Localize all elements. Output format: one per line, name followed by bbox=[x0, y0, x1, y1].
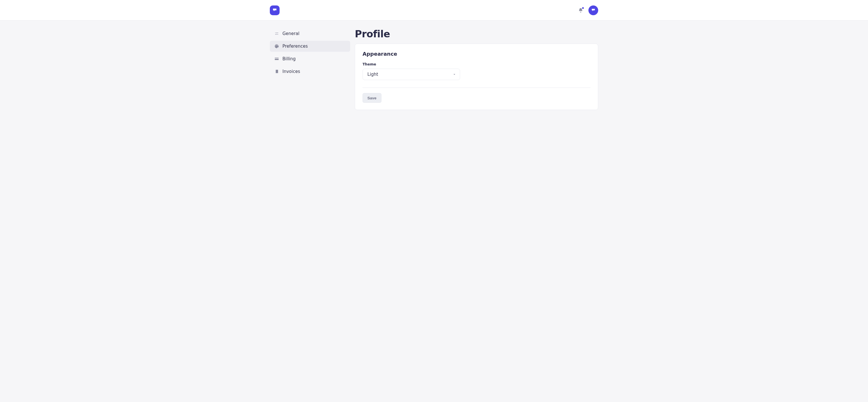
chevron-down-icon bbox=[453, 72, 456, 76]
content: Profile Appearance Theme Light Save bbox=[355, 28, 598, 110]
sidebar-item-label: General bbox=[282, 31, 299, 36]
sidebar-item-preferences[interactable]: Preferences bbox=[270, 41, 350, 52]
notifications-button[interactable] bbox=[578, 8, 583, 13]
sidebar-item-label: Billing bbox=[282, 56, 296, 61]
theme-label: Theme bbox=[363, 62, 590, 66]
divider bbox=[363, 88, 590, 88]
app-logo[interactable] bbox=[270, 5, 280, 15]
user-avatar[interactable] bbox=[588, 5, 598, 15]
avatar-glyph-icon bbox=[591, 8, 596, 12]
sidebar-item-label: Invoices bbox=[282, 69, 300, 74]
sliders-icon bbox=[274, 31, 279, 36]
sidebar-item-invoices[interactable]: Invoices bbox=[270, 66, 350, 77]
theme-select[interactable]: Light bbox=[363, 69, 460, 80]
sidebar-item-general[interactable]: General bbox=[270, 28, 350, 39]
receipt-icon bbox=[274, 69, 279, 74]
save-button[interactable]: Save bbox=[363, 93, 381, 103]
notification-dot-icon bbox=[582, 7, 584, 9]
appearance-section-title: Appearance bbox=[363, 51, 590, 57]
palette-icon bbox=[274, 44, 279, 49]
theme-select-value: Light bbox=[367, 72, 378, 77]
card-icon bbox=[274, 57, 279, 61]
appearance-card: Appearance Theme Light Save bbox=[355, 44, 598, 110]
topbar bbox=[0, 0, 868, 21]
sidebar: General Preferences Billing Invoices bbox=[270, 28, 350, 77]
page-title: Profile bbox=[355, 28, 598, 40]
sidebar-item-label: Preferences bbox=[282, 44, 308, 49]
sidebar-item-billing[interactable]: Billing bbox=[270, 53, 350, 64]
